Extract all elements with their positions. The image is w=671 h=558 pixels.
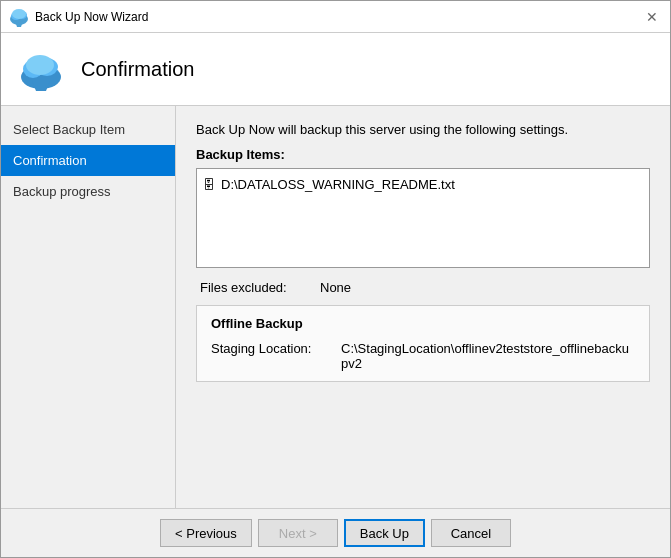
title-bar-text: Back Up Now Wizard — [35, 10, 642, 24]
title-bar-icon — [9, 7, 29, 27]
header-section: Confirmation — [1, 33, 670, 106]
previous-button[interactable]: < Previous — [160, 519, 252, 547]
wizard-window: Back Up Now Wizard ✕ Confirmation Select… — [0, 0, 671, 558]
backup-item-path: D:\DATALOSS_WARNING_README.txt — [221, 177, 455, 192]
backup-button[interactable]: Back Up — [344, 519, 425, 547]
offline-backup-section: Offline Backup Staging Location: C:\Stag… — [196, 305, 650, 382]
backup-item-row: 🗄 D:\DATALOSS_WARNING_README.txt — [203, 175, 643, 194]
next-button[interactable]: Next > — [258, 519, 338, 547]
main-content: Select Backup Item Confirmation Backup p… — [1, 106, 670, 508]
sidebar: Select Backup Item Confirmation Backup p… — [1, 106, 176, 508]
svg-marker-4 — [15, 21, 23, 27]
staging-location-value: C:\StagingLocation\offlinev2teststore_of… — [341, 341, 635, 371]
sidebar-item-select-backup-item[interactable]: Select Backup Item — [1, 114, 175, 145]
cloud-icon — [17, 45, 65, 93]
description-text: Back Up Now will backup this server usin… — [196, 122, 650, 137]
files-excluded-value: None — [320, 280, 351, 295]
content-area: Back Up Now will backup this server usin… — [176, 106, 670, 508]
close-button[interactable]: ✕ — [642, 7, 662, 27]
title-bar: Back Up Now Wizard ✕ — [1, 1, 670, 33]
cancel-button[interactable]: Cancel — [431, 519, 511, 547]
svg-point-8 — [26, 55, 54, 75]
file-icon: 🗄 — [203, 178, 215, 192]
sidebar-item-backup-progress[interactable]: Backup progress — [1, 176, 175, 207]
staging-row: Staging Location: C:\StagingLocation\off… — [211, 341, 635, 371]
staging-location-label: Staging Location: — [211, 341, 341, 356]
files-excluded-row: Files excluded: None — [196, 280, 650, 295]
files-excluded-label: Files excluded: — [200, 280, 320, 295]
sidebar-item-confirmation[interactable]: Confirmation — [1, 145, 175, 176]
header-title: Confirmation — [81, 58, 194, 81]
offline-backup-title: Offline Backup — [211, 316, 635, 331]
footer: < Previous Next > Back Up Cancel — [1, 508, 670, 557]
svg-marker-9 — [32, 81, 50, 91]
backup-items-label: Backup Items: — [196, 147, 650, 162]
svg-point-3 — [12, 9, 26, 19]
backup-items-box: 🗄 D:\DATALOSS_WARNING_README.txt — [196, 168, 650, 268]
